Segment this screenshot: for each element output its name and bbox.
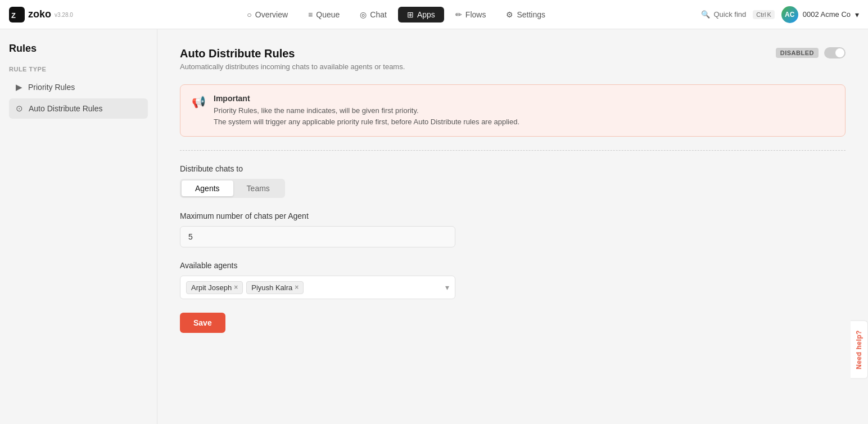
section-divider bbox=[180, 150, 846, 151]
tab-agents[interactable]: Agents bbox=[182, 181, 233, 196]
sidebar-item-priority-rules[interactable]: ▶ Priority Rules bbox=[9, 77, 148, 97]
nav-queue[interactable]: ≡ Queue bbox=[299, 7, 349, 22]
priority-rules-icon: ▶ bbox=[16, 82, 22, 92]
distribute-chats-label: Distribute chats to bbox=[180, 164, 846, 173]
max-chats-section: Maximum number of chats per Agent bbox=[180, 211, 846, 247]
toggle-area: DISABLED bbox=[776, 47, 846, 58]
account-selector[interactable]: AC 0002 Acme Co ▾ bbox=[781, 6, 859, 23]
nav-right: 🔍 Quick find Ctrl K AC 0002 Acme Co ▾ bbox=[701, 6, 859, 23]
top-navigation: Z zoko v3.28.0 ○ Overview ≡ Queue ◎ Chat… bbox=[0, 0, 868, 29]
apps-icon: ⊞ bbox=[407, 10, 414, 19]
account-name: 0002 Acme Co bbox=[803, 10, 851, 19]
sidebar-item-auto-distribute-rules[interactable]: ⊙ Auto Distribute Rules bbox=[9, 98, 148, 119]
page-title: Auto Distribute Rules bbox=[180, 47, 405, 60]
quick-find-button[interactable]: 🔍 Quick find bbox=[701, 10, 746, 19]
zoko-logo-icon: Z bbox=[9, 7, 25, 22]
nav-flows[interactable]: ✏ Flows bbox=[446, 7, 495, 22]
logo-version: v3.28.0 bbox=[55, 12, 73, 18]
agents-dropdown-chevron: ▾ bbox=[445, 283, 449, 292]
distribute-tabs: Agents Teams bbox=[180, 179, 285, 198]
toggle-switch[interactable] bbox=[824, 47, 846, 58]
nav-apps[interactable]: ⊞ Apps bbox=[398, 7, 444, 22]
svg-text:Z: Z bbox=[11, 11, 16, 20]
chevron-down-icon: ▾ bbox=[855, 10, 859, 19]
overview-icon: ○ bbox=[247, 10, 251, 19]
tag-piyush-kalra: Piyush Kalra × bbox=[246, 281, 304, 294]
agents-tags-input[interactable]: Arpit Joseph × Piyush Kalra × ▾ bbox=[180, 276, 455, 299]
remove-arpit-joseph[interactable]: × bbox=[234, 284, 238, 291]
logo-name: zoko bbox=[28, 8, 51, 20]
available-agents-section: Available agents Arpit Joseph × Piyush K… bbox=[180, 261, 846, 299]
max-chats-input[interactable] bbox=[180, 226, 455, 247]
nav-overview[interactable]: ○ Overview bbox=[238, 7, 297, 22]
account-avatar: AC bbox=[781, 6, 798, 23]
sidebar-title: Rules bbox=[9, 43, 148, 55]
page-header-text: Auto Distribute Rules Automatically dist… bbox=[180, 47, 405, 71]
megaphone-icon: 📢 bbox=[192, 95, 206, 109]
nav-chat[interactable]: ◎ Chat bbox=[351, 7, 396, 22]
info-banner: 📢 Important Priority Rules, like the nam… bbox=[180, 84, 846, 137]
flows-icon: ✏ bbox=[455, 10, 462, 19]
save-button[interactable]: Save bbox=[180, 313, 225, 333]
distribute-chats-section: Distribute chats to Agents Teams bbox=[180, 164, 846, 198]
main-layout: Rules RULE TYPE ▶ Priority Rules ⊙ Auto … bbox=[0, 29, 868, 424]
logo-area[interactable]: Z zoko v3.28.0 bbox=[9, 7, 73, 22]
page-header: Auto Distribute Rules Automatically dist… bbox=[180, 47, 846, 71]
main-content: Auto Distribute Rules Automatically dist… bbox=[157, 29, 868, 424]
rule-type-label: RULE TYPE bbox=[9, 66, 148, 73]
need-help-button[interactable]: Need help? bbox=[851, 321, 868, 379]
disabled-badge: DISABLED bbox=[776, 48, 819, 58]
available-agents-label: Available agents bbox=[180, 261, 846, 270]
search-icon: 🔍 bbox=[701, 10, 710, 19]
queue-icon: ≡ bbox=[308, 10, 313, 19]
keyboard-shortcut: Ctrl K bbox=[753, 10, 774, 19]
info-text: Important Priority Rules, like the name … bbox=[214, 94, 519, 127]
settings-icon: ⚙ bbox=[506, 10, 513, 19]
tag-arpit-joseph: Arpit Joseph × bbox=[186, 281, 243, 294]
remove-piyush-kalra[interactable]: × bbox=[295, 284, 299, 291]
chat-icon: ◎ bbox=[360, 10, 367, 19]
nav-settings[interactable]: ⚙ Settings bbox=[497, 7, 554, 22]
auto-distribute-icon: ⊙ bbox=[16, 103, 23, 114]
sidebar: Rules RULE TYPE ▶ Priority Rules ⊙ Auto … bbox=[0, 29, 157, 424]
nav-items: ○ Overview ≡ Queue ◎ Chat ⊞ Apps ✏ Flows… bbox=[91, 7, 702, 22]
tab-teams[interactable]: Teams bbox=[233, 181, 283, 196]
max-chats-label: Maximum number of chats per Agent bbox=[180, 211, 846, 220]
page-subtitle: Automatically distributes incoming chats… bbox=[180, 62, 405, 71]
